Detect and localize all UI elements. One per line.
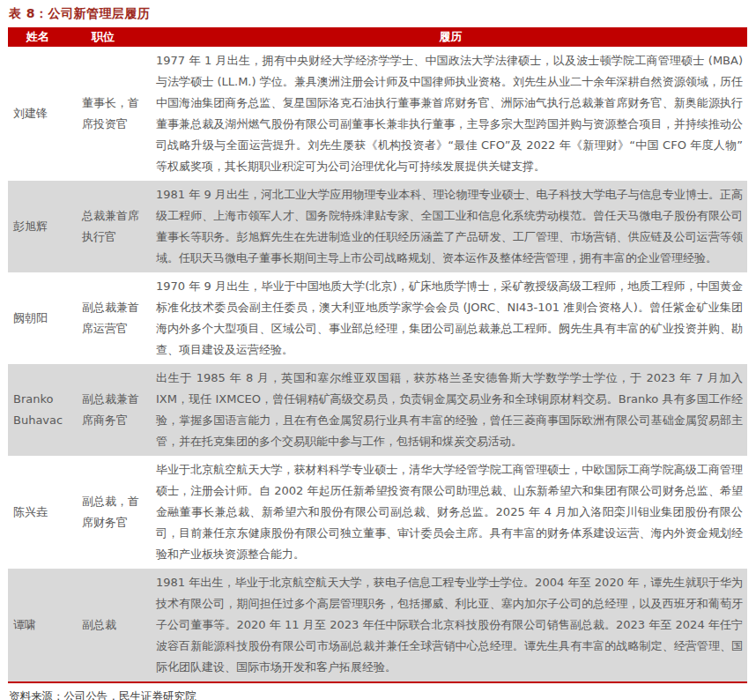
table-body: 刘建锋董事长，首席投资官1977 年 1 月出生，拥有中央财经大学经济学学士、中… [8,47,747,682]
source-note: 资料来源：公司公告，民生证券研究院 [8,683,747,700]
resume-cell: 出生于 1985 年 8 月，英国和塞尔维亚双国籍，获苏格兰圣安德鲁斯大学数学学… [154,364,747,456]
position-cell: 副总裁，首席财务官 [78,456,154,569]
table-row: 谭啸副总裁1981 年出生，毕业于北京航空航天大学，获电子信息工程专业学士学位。… [8,569,747,682]
management-table: 姓名 职位 履历 刘建锋董事长，首席投资官1977 年 1 月出生，拥有中央财经… [8,27,747,683]
name-cell: 阙朝阳 [8,272,78,364]
table-header-row: 姓名 职位 履历 [8,27,747,47]
resume-cell: 1970 年 9 月出生，毕业于中国地质大学(北京)，矿床地质学博士，采矿教授级… [154,272,747,364]
position-cell: 副总裁兼首席运营官 [78,272,154,364]
table-title: 表 8：公司新管理层履历 [8,4,747,27]
table-row: 陈兴垚副总裁，首席财务官毕业于北京航空航天大学，获材料科学专业硕士，清华大学经管… [8,456,747,569]
name-cell: Branko Buhavac [8,364,78,456]
position-cell: 总裁兼首席执行官 [78,181,154,272]
name-cell: 刘建锋 [8,47,78,181]
header-resume: 履历 [154,27,747,47]
position-cell: 董事长，首席投资官 [78,47,154,181]
report-page: 表 8：公司新管理层履历 姓名 职位 履历 刘建锋董事长，首席投资官1977 年… [0,0,756,700]
position-cell: 副总裁 [78,569,154,682]
header-position: 职位 [78,27,154,47]
table-row: Branko Buhavac副总裁兼首席商务官出生于 1985 年 8 月，英国… [8,364,747,456]
name-cell: 谭啸 [8,569,78,682]
resume-cell: 1981 年出生，毕业于北京航空航天大学，获电子信息工程专业学士学位。2004 … [154,569,747,682]
resume-cell: 1977 年 1 月出生，拥有中央财经大学经济学学士、中国政法大学法律硕士，以及… [154,47,747,181]
resume-cell: 1981 年 9 月出生，河北工业大学应用物理专业本科、理论物理专业硕士、电子科… [154,181,747,272]
table-row: 阙朝阳副总裁兼首席运营官1970 年 9 月出生，毕业于中国地质大学(北京)，矿… [8,272,747,364]
name-cell: 彭旭辉 [8,181,78,272]
table-row: 刘建锋董事长，首席投资官1977 年 1 月出生，拥有中央财经大学经济学学士、中… [8,47,747,181]
table-row: 彭旭辉总裁兼首席执行官1981 年 9 月出生，河北工业大学应用物理专业本科、理… [8,181,747,272]
position-cell: 副总裁兼首席商务官 [78,364,154,456]
name-cell: 陈兴垚 [8,456,78,569]
resume-cell: 毕业于北京航空航天大学，获材料科学专业硕士，清华大学经管学院工商管理硕士，中欧国… [154,456,747,569]
header-name: 姓名 [8,27,78,47]
